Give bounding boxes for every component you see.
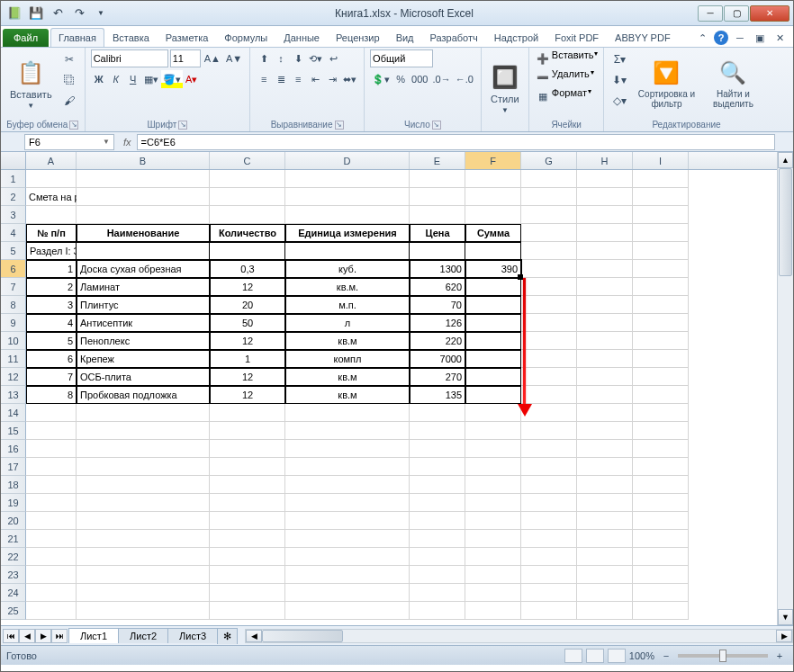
cell[interactable]: м.п. [285,296,410,314]
cell[interactable] [633,224,689,242]
cell[interactable] [77,440,210,458]
scroll-right-icon[interactable]: ▶ [776,630,792,642]
cell[interactable] [410,404,465,422]
close-button[interactable]: ✕ [750,5,789,22]
cell[interactable] [633,260,689,278]
underline-button[interactable]: Ч [125,70,141,88]
border-button[interactable]: ▦▾ [142,70,160,88]
cut-icon[interactable]: ✂ [59,49,79,69]
cell[interactable]: 390 [465,260,521,278]
cell[interactable] [633,566,689,584]
cell[interactable] [633,386,689,404]
cell[interactable]: Раздел I: Затраты на материалы [26,242,77,260]
cell[interactable] [26,422,77,440]
cell[interactable]: 8 [26,386,77,404]
cell[interactable] [521,566,577,584]
cell[interactable] [633,206,689,224]
cell[interactable] [285,602,410,620]
cell[interactable] [577,476,633,494]
cell[interactable] [465,206,521,224]
cell[interactable]: ОСБ-плита [77,368,210,386]
cell[interactable] [465,494,521,512]
cell[interactable] [521,278,577,296]
fill-icon[interactable]: ⬇▾ [609,70,629,90]
row-header[interactable]: 16 [1,440,26,458]
cell[interactable] [465,296,521,314]
workbook-minimize-icon[interactable]: ─ [732,29,748,47]
row-header[interactable]: 19 [1,494,26,512]
tab-insert[interactable]: Вставка [104,28,158,47]
excel-icon[interactable]: 📗 [5,4,24,23]
cell[interactable] [577,494,633,512]
cell[interactable] [521,476,577,494]
cell[interactable] [577,278,633,296]
cell[interactable] [465,242,521,260]
cell[interactable]: 70 [410,296,465,314]
row-header[interactable]: 13 [1,386,26,404]
cell[interactable] [465,458,521,476]
cell[interactable] [410,530,465,548]
format-cells-button[interactable]: ▦Формат▾ [535,87,599,105]
cell[interactable]: 135 [410,386,465,404]
cell[interactable] [577,548,633,566]
cell[interactable] [210,170,285,188]
cell[interactable]: 3 [26,296,77,314]
find-select-button[interactable]: 🔍 Найти и выделить [703,49,762,118]
cell[interactable] [410,602,465,620]
cell[interactable] [577,188,633,206]
cell[interactable] [210,440,285,458]
minimize-button[interactable]: ─ [698,5,723,22]
decrease-decimal-icon[interactable]: ←.0 [454,70,475,88]
cell[interactable] [521,314,577,332]
cell[interactable] [465,368,521,386]
cell[interactable] [410,440,465,458]
cell[interactable]: Цена [410,224,465,242]
zoom-thumb[interactable] [719,650,726,662]
cell[interactable] [410,512,465,530]
align-center-icon[interactable]: ≣ [273,70,289,88]
number-launcher-icon[interactable]: ↘ [432,121,441,130]
cell[interactable] [26,602,77,620]
tab-view[interactable]: Вид [388,28,422,47]
row-header[interactable]: 9 [1,314,26,332]
cell[interactable] [465,332,521,350]
cell[interactable] [521,332,577,350]
cell[interactable] [77,458,210,476]
align-right-icon[interactable]: ≡ [290,70,306,88]
cell[interactable] [521,422,577,440]
sheet-prev-icon[interactable]: ◀ [19,629,35,643]
cell[interactable] [26,206,77,224]
cell[interactable] [465,548,521,566]
cell[interactable] [633,602,689,620]
cell[interactable]: Количество [210,224,285,242]
col-header-e[interactable]: E [410,152,465,169]
cell[interactable] [521,350,577,368]
cell[interactable]: Пробковая подложка [77,386,210,404]
cell[interactable] [577,314,633,332]
cell[interactable]: 6 [26,350,77,368]
cell[interactable] [285,458,410,476]
cell[interactable] [26,170,77,188]
cell[interactable] [521,188,577,206]
cell[interactable] [210,494,285,512]
tab-review[interactable]: Рецензир [328,28,388,47]
cell[interactable] [633,494,689,512]
cell[interactable] [633,296,689,314]
cell[interactable] [410,458,465,476]
cell[interactable] [633,368,689,386]
cell[interactable] [633,548,689,566]
cell[interactable] [577,602,633,620]
cell[interactable] [465,404,521,422]
cell[interactable] [210,512,285,530]
cell[interactable]: Крепеж [77,350,210,368]
cell[interactable] [633,188,689,206]
cell[interactable] [521,602,577,620]
cell[interactable]: Плинтус [77,296,210,314]
tab-formulas[interactable]: Формулы [216,28,275,47]
cell[interactable]: Ламинат [77,278,210,296]
cell[interactable]: кв.м [285,386,410,404]
cell[interactable] [77,422,210,440]
cell[interactable] [285,170,410,188]
sheet-tab-3[interactable]: Лист3 [167,628,218,643]
cell[interactable] [521,494,577,512]
